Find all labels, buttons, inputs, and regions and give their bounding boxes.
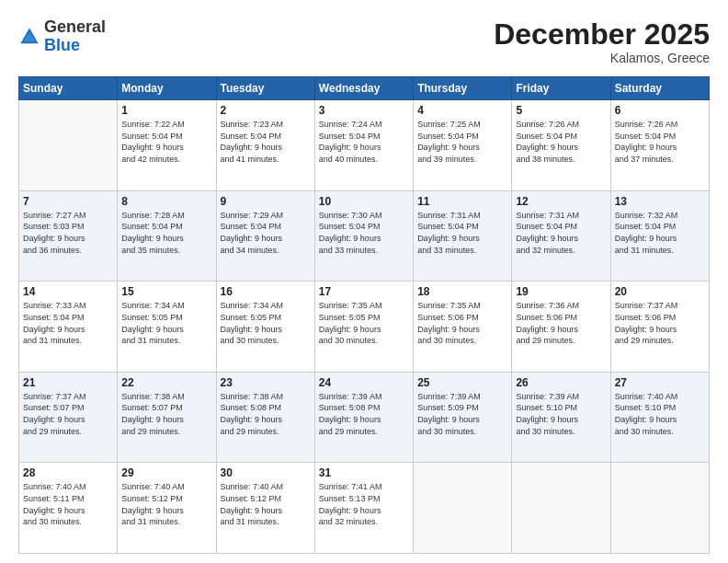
calendar-cell: 10Sunrise: 7:30 AM Sunset: 5:04 PM Dayli… — [314, 190, 413, 282]
day-number: 16 — [221, 285, 311, 298]
day-info: Sunrise: 7:32 AM Sunset: 5:04 PM Dayligh… — [615, 210, 705, 256]
calendar-cell: 15Sunrise: 7:34 AM Sunset: 5:05 PM Dayli… — [118, 282, 216, 373]
day-info: Sunrise: 7:40 AM Sunset: 5:10 PM Dayligh… — [615, 391, 705, 437]
day-number: 18 — [417, 285, 507, 298]
weekday-header-monday: Monday — [118, 77, 216, 100]
calendar-cell: 6Sunrise: 7:26 AM Sunset: 5:04 PM Daylig… — [610, 100, 709, 191]
day-info: Sunrise: 7:41 AM Sunset: 5:13 PM Dayligh… — [319, 481, 409, 527]
weekday-header-tuesday: Tuesday — [216, 77, 314, 100]
day-info: Sunrise: 7:39 AM Sunset: 5:10 PM Dayligh… — [516, 391, 606, 437]
day-info: Sunrise: 7:28 AM Sunset: 5:04 PM Dayligh… — [121, 210, 211, 256]
day-number: 13 — [615, 195, 705, 208]
day-info: Sunrise: 7:40 AM Sunset: 5:12 PM Dayligh… — [121, 481, 211, 527]
calendar-cell: 2Sunrise: 7:23 AM Sunset: 5:04 PM Daylig… — [216, 100, 314, 191]
calendar-week-row: 28Sunrise: 7:40 AM Sunset: 5:11 PM Dayli… — [19, 463, 710, 554]
day-number: 23 — [221, 376, 311, 389]
month-title: December 2025 — [494, 18, 710, 51]
calendar-week-row: 14Sunrise: 7:33 AM Sunset: 5:04 PM Dayli… — [19, 282, 710, 373]
calendar-cell: 30Sunrise: 7:40 AM Sunset: 5:12 PM Dayli… — [216, 463, 314, 554]
day-number: 1 — [121, 104, 211, 117]
logo: General Blue — [18, 18, 106, 55]
day-info: Sunrise: 7:38 AM Sunset: 5:07 PM Dayligh… — [121, 391, 211, 437]
calendar-cell: 23Sunrise: 7:38 AM Sunset: 5:08 PM Dayli… — [216, 372, 314, 463]
day-info: Sunrise: 7:30 AM Sunset: 5:04 PM Dayligh… — [319, 210, 409, 256]
calendar-cell: 9Sunrise: 7:29 AM Sunset: 5:04 PM Daylig… — [216, 190, 314, 282]
calendar-cell — [610, 463, 709, 554]
calendar-week-row: 1Sunrise: 7:22 AM Sunset: 5:04 PM Daylig… — [19, 100, 710, 191]
calendar-cell: 26Sunrise: 7:39 AM Sunset: 5:10 PM Dayli… — [512, 372, 610, 463]
calendar-cell: 12Sunrise: 7:31 AM Sunset: 5:04 PM Dayli… — [512, 190, 610, 282]
calendar-cell: 17Sunrise: 7:35 AM Sunset: 5:05 PM Dayli… — [314, 282, 413, 373]
calendar-cell: 5Sunrise: 7:26 AM Sunset: 5:04 PM Daylig… — [512, 100, 610, 191]
logo-blue-text: Blue — [44, 36, 80, 54]
day-number: 6 — [615, 104, 705, 117]
calendar-cell: 3Sunrise: 7:24 AM Sunset: 5:04 PM Daylig… — [314, 100, 413, 191]
day-info: Sunrise: 7:40 AM Sunset: 5:12 PM Dayligh… — [221, 481, 311, 527]
day-number: 8 — [121, 195, 211, 208]
day-info: Sunrise: 7:31 AM Sunset: 5:04 PM Dayligh… — [516, 210, 606, 256]
day-number: 29 — [121, 466, 211, 479]
day-number: 28 — [23, 466, 113, 479]
day-info: Sunrise: 7:38 AM Sunset: 5:08 PM Dayligh… — [221, 391, 311, 437]
day-number: 17 — [319, 285, 409, 298]
calendar-week-row: 21Sunrise: 7:37 AM Sunset: 5:07 PM Dayli… — [19, 372, 710, 463]
weekday-header-saturday: Saturday — [610, 77, 709, 100]
weekday-header-thursday: Thursday — [414, 77, 512, 100]
calendar-table: SundayMondayTuesdayWednesdayThursdayFrid… — [18, 76, 710, 554]
weekday-header-row: SundayMondayTuesdayWednesdayThursdayFrid… — [19, 77, 710, 100]
day-number: 31 — [319, 466, 409, 479]
calendar-cell: 28Sunrise: 7:40 AM Sunset: 5:11 PM Dayli… — [19, 463, 118, 554]
day-info: Sunrise: 7:35 AM Sunset: 5:06 PM Dayligh… — [417, 300, 507, 346]
calendar-cell: 24Sunrise: 7:39 AM Sunset: 5:08 PM Dayli… — [314, 372, 413, 463]
calendar-cell: 19Sunrise: 7:36 AM Sunset: 5:06 PM Dayli… — [512, 282, 610, 373]
day-info: Sunrise: 7:37 AM Sunset: 5:06 PM Dayligh… — [615, 300, 705, 346]
day-number: 26 — [516, 376, 606, 389]
calendar-cell: 21Sunrise: 7:37 AM Sunset: 5:07 PM Dayli… — [19, 372, 118, 463]
logo-text: General Blue — [44, 18, 106, 55]
day-number: 9 — [221, 195, 311, 208]
day-info: Sunrise: 7:39 AM Sunset: 5:08 PM Dayligh… — [319, 391, 409, 437]
day-info: Sunrise: 7:26 AM Sunset: 5:04 PM Dayligh… — [615, 119, 705, 165]
day-number: 15 — [121, 285, 211, 298]
day-info: Sunrise: 7:33 AM Sunset: 5:04 PM Dayligh… — [23, 300, 113, 346]
day-info: Sunrise: 7:25 AM Sunset: 5:04 PM Dayligh… — [417, 119, 507, 165]
location: Kalamos, Greece — [494, 51, 710, 65]
day-number: 20 — [615, 285, 705, 298]
day-number: 14 — [23, 285, 113, 298]
day-info: Sunrise: 7:40 AM Sunset: 5:11 PM Dayligh… — [23, 481, 113, 527]
calendar-week-row: 7Sunrise: 7:27 AM Sunset: 5:03 PM Daylig… — [19, 190, 710, 282]
day-number: 19 — [516, 285, 606, 298]
day-number: 12 — [516, 195, 606, 208]
day-number: 24 — [319, 376, 409, 389]
calendar-cell — [512, 463, 610, 554]
calendar-cell: 16Sunrise: 7:34 AM Sunset: 5:05 PM Dayli… — [216, 282, 314, 373]
day-info: Sunrise: 7:31 AM Sunset: 5:04 PM Dayligh… — [417, 210, 507, 256]
calendar-cell: 25Sunrise: 7:39 AM Sunset: 5:09 PM Dayli… — [414, 372, 512, 463]
day-number: 2 — [221, 104, 311, 117]
calendar-cell: 14Sunrise: 7:33 AM Sunset: 5:04 PM Dayli… — [19, 282, 118, 373]
calendar-cell: 29Sunrise: 7:40 AM Sunset: 5:12 PM Dayli… — [118, 463, 216, 554]
day-number: 7 — [23, 195, 113, 208]
day-number: 27 — [615, 376, 705, 389]
weekday-header-friday: Friday — [512, 77, 610, 100]
day-info: Sunrise: 7:22 AM Sunset: 5:04 PM Dayligh… — [121, 119, 211, 165]
calendar-cell: 8Sunrise: 7:28 AM Sunset: 5:04 PM Daylig… — [118, 190, 216, 282]
calendar-cell: 7Sunrise: 7:27 AM Sunset: 5:03 PM Daylig… — [19, 190, 118, 282]
day-number: 3 — [319, 104, 409, 117]
calendar-cell — [414, 463, 512, 554]
day-info: Sunrise: 7:39 AM Sunset: 5:09 PM Dayligh… — [417, 391, 507, 437]
day-info: Sunrise: 7:36 AM Sunset: 5:06 PM Dayligh… — [516, 300, 606, 346]
calendar-cell: 4Sunrise: 7:25 AM Sunset: 5:04 PM Daylig… — [414, 100, 512, 191]
calendar-cell: 18Sunrise: 7:35 AM Sunset: 5:06 PM Dayli… — [414, 282, 512, 373]
day-number: 21 — [23, 376, 113, 389]
day-info: Sunrise: 7:27 AM Sunset: 5:03 PM Dayligh… — [23, 210, 113, 256]
weekday-header-sunday: Sunday — [19, 77, 118, 100]
day-info: Sunrise: 7:23 AM Sunset: 5:04 PM Dayligh… — [221, 119, 311, 165]
day-number: 5 — [516, 104, 606, 117]
day-info: Sunrise: 7:37 AM Sunset: 5:07 PM Dayligh… — [23, 391, 113, 437]
day-info: Sunrise: 7:35 AM Sunset: 5:05 PM Dayligh… — [319, 300, 409, 346]
calendar-cell: 27Sunrise: 7:40 AM Sunset: 5:10 PM Dayli… — [610, 372, 709, 463]
day-info: Sunrise: 7:34 AM Sunset: 5:05 PM Dayligh… — [221, 300, 311, 346]
header: General Blue December 2025 Kalamos, Gree… — [18, 18, 710, 65]
calendar-cell: 31Sunrise: 7:41 AM Sunset: 5:13 PM Dayli… — [314, 463, 413, 554]
